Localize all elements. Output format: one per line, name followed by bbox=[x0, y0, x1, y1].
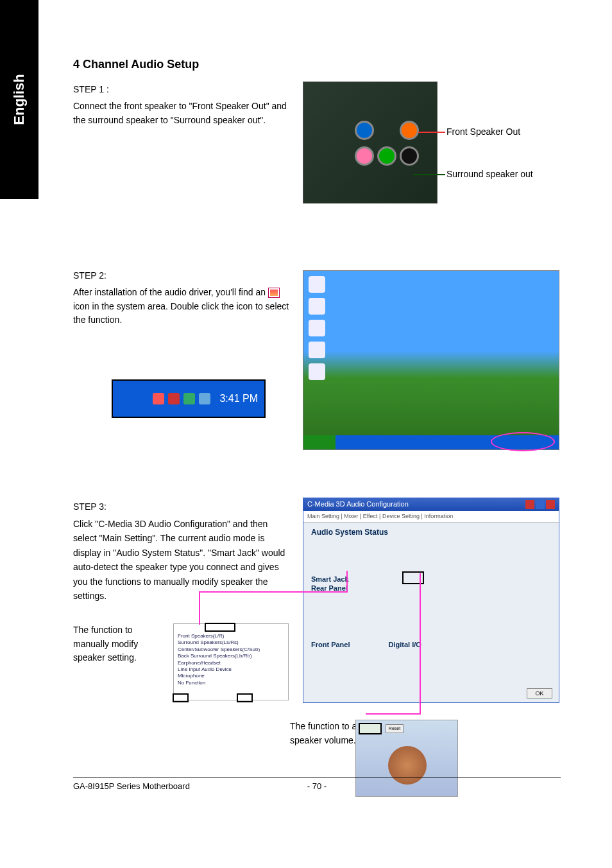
jack-black-icon bbox=[400, 146, 419, 166]
step2-text-b: icon in the system area. Double click th… bbox=[73, 301, 289, 326]
audio-system-status: Audio System Status bbox=[311, 528, 551, 537]
step3-text: Click "C-Media 3D Audio Configuration" a… bbox=[73, 517, 291, 603]
tray-icon-2 bbox=[168, 393, 180, 404]
taskbar-screenshot: 3:41 PM bbox=[112, 379, 266, 418]
config-tabs: Main Setting | Mixer | Effect | Device S… bbox=[303, 511, 559, 523]
start-button-icon bbox=[303, 435, 336, 449]
small-panel-screenshot: Front Speakers(L/R) Surround Speakers(Ls… bbox=[173, 623, 289, 700]
close-icon bbox=[546, 500, 555, 509]
pink-connector-1 bbox=[199, 591, 346, 593]
small-panel-item: Line Input Audio Device bbox=[178, 666, 284, 673]
small-panel-item: No Function bbox=[178, 680, 284, 686]
config-title: C-Media 3D Audio Configuration bbox=[307, 500, 409, 509]
tray-icon-4 bbox=[199, 393, 210, 404]
window-buttons bbox=[524, 500, 555, 509]
small-panel-item: Back Surround Speakers(Lb/Rb) bbox=[178, 653, 284, 659]
step1-out2-label: Surround speaker out bbox=[446, 169, 549, 179]
jack-green-icon bbox=[377, 146, 396, 166]
step1-panel-photo bbox=[303, 82, 438, 204]
small-panel-item: Microphone bbox=[178, 673, 284, 679]
taskbar-clock: 3:41 PM bbox=[219, 393, 258, 404]
small-panel-item: Front Speakers(L/R) bbox=[178, 633, 284, 639]
step2-text: After installation of the audio driver, … bbox=[73, 286, 298, 327]
page-title: 4 Channel Audio Setup bbox=[73, 58, 561, 71]
leader-red bbox=[418, 132, 445, 133]
desktop-icon bbox=[309, 320, 325, 336]
step3-block: STEP 3: Click "C-Media 3D Audio Configur… bbox=[73, 501, 561, 758]
small-panel-item: Surround Speakers(Ls/Rs) bbox=[178, 639, 284, 646]
footer-center: - 70 - bbox=[285, 781, 349, 791]
config-panel-screenshot: C-Media 3D Audio Configuration Main Sett… bbox=[303, 498, 559, 703]
desktop-icon bbox=[309, 276, 325, 293]
desktop-icon bbox=[309, 298, 325, 315]
front-panel-label: Front Panel bbox=[311, 641, 350, 648]
desktop-screenshot bbox=[303, 270, 559, 450]
fn-manual-text: The function to manually modify speaker … bbox=[73, 623, 163, 665]
page-footer: GA-8I915P Series Motherboard - 70 - bbox=[73, 777, 561, 791]
small-panel-item: Center/Subwoofer Speakers(C/Sub) bbox=[178, 647, 284, 653]
highlight-box-bl bbox=[173, 693, 189, 702]
footer-right bbox=[349, 781, 561, 791]
max-icon bbox=[536, 500, 545, 509]
language-tab: English bbox=[0, 0, 38, 199]
pink-connector-2 bbox=[366, 713, 420, 715]
highlight-box-top bbox=[205, 623, 235, 632]
pink-connector-1v2 bbox=[346, 571, 348, 593]
step2-text-a: After installation of the audio driver, … bbox=[73, 287, 268, 297]
desktop-icon bbox=[309, 363, 325, 380]
jack-blue-icon bbox=[355, 121, 374, 140]
step1-out1-label: Front Speaker Out bbox=[446, 126, 520, 137]
xear-tray-icon bbox=[268, 288, 280, 298]
digital-io-label: Digital I/O bbox=[389, 641, 421, 648]
highlight-box-br bbox=[237, 693, 253, 702]
highlight-box-vol-thumb bbox=[359, 723, 382, 734]
step1-block: STEP 1 : Connect the front speaker to "F… bbox=[73, 84, 561, 213]
footer-left: GA-8I915P Series Motherboard bbox=[73, 781, 285, 791]
min-icon bbox=[525, 500, 534, 509]
tray-icon-1 bbox=[153, 393, 164, 404]
highlight-ring-icon bbox=[491, 432, 555, 451]
step2-block: STEP 2: After installation of the audio … bbox=[73, 270, 561, 463]
jack-pink-icon bbox=[355, 146, 374, 166]
jack-orange-icon bbox=[400, 121, 419, 140]
pink-connector-1v bbox=[199, 591, 200, 625]
language-tab-label: English bbox=[11, 74, 28, 125]
config-titlebar: C-Media 3D Audio Configuration bbox=[303, 498, 559, 511]
step1-text: Connect the front speaker to "Front Spea… bbox=[73, 100, 298, 127]
reset-button[interactable]: Reset bbox=[386, 724, 404, 733]
tray-icon-3 bbox=[183, 393, 195, 404]
small-panel-item: Earphone/Headset bbox=[178, 660, 284, 666]
pink-connector-2v bbox=[420, 573, 421, 715]
ok-button[interactable]: OK bbox=[527, 688, 552, 699]
leader-green bbox=[413, 174, 445, 175]
desktop-icon bbox=[309, 342, 325, 358]
